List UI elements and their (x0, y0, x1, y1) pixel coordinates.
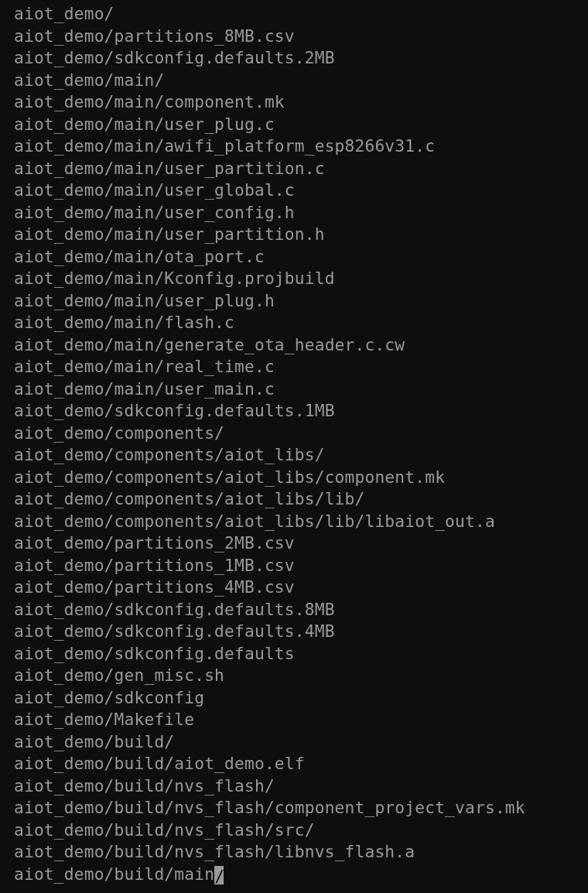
output-line: aiot_demo/main/user_main.c (14, 378, 574, 401)
output-line: aiot_demo/partitions_1MB.csv (14, 555, 574, 577)
output-line: aiot_demo/main/user_partition.h (14, 224, 574, 246)
output-line: aiot_demo/sdkconfig.defaults (14, 643, 574, 665)
output-line: aiot_demo/main/user_plug.c (14, 114, 574, 136)
current-line-text: aiot_demo/build/main (14, 864, 214, 884)
output-line: aiot_demo/ (14, 3, 574, 26)
output-line: aiot_demo/build/aiot_demo.elf (14, 753, 574, 775)
output-line: aiot_demo/main/component.mk (14, 91, 574, 114)
output-line: aiot_demo/main/user_config.h (14, 202, 574, 224)
output-line: aiot_demo/partitions_8MB.csv (14, 26, 574, 48)
output-line: aiot_demo/components/aiot_libs/component… (14, 467, 574, 489)
output-line: aiot_demo/main/user_global.c (14, 180, 574, 202)
output-line: aiot_demo/main/generate_ota_header.c.cw (14, 334, 574, 357)
output-line: aiot_demo/partitions_2MB.csv (14, 532, 574, 555)
output-line: aiot_demo/build/nvs_flash/src/ (14, 819, 574, 842)
output-line: aiot_demo/build/nvs_flash/libnvs_flash.a (14, 841, 574, 864)
output-line: aiot_demo/sdkconfig.defaults.4MB (14, 621, 574, 643)
output-line: aiot_demo/sdkconfig.defaults.2MB (14, 47, 574, 70)
output-line: aiot_demo/main/ (14, 70, 574, 92)
output-line: aiot_demo/components/aiot_libs/ (14, 444, 574, 467)
output-line: aiot_demo/components/aiot_libs/lib/ (14, 488, 574, 511)
output-line: aiot_demo/main/awifi_platform_esp8266v31… (14, 135, 574, 158)
output-line: aiot_demo/main/Kconfig.projbuild (14, 268, 574, 290)
output-line: aiot_demo/build/nvs_flash/component_proj… (14, 797, 574, 819)
output-line: aiot_demo/components/aiot_libs/lib/libai… (14, 511, 574, 533)
output-line: aiot_demo/build/ (14, 731, 574, 754)
output-line: aiot_demo/sdkconfig (14, 687, 574, 710)
output-line: aiot_demo/main/user_plug.h (14, 290, 574, 313)
output-line: aiot_demo/build/nvs_flash/ (14, 775, 574, 798)
output-line: aiot_demo/main/user_partition.c (14, 158, 574, 180)
terminal-output[interactable]: aiot_demo/aiot_demo/partitions_8MB.csvai… (14, 3, 574, 885)
output-line: aiot_demo/gen_misc.sh (14, 665, 574, 687)
output-line: aiot_demo/Makefile (14, 709, 574, 731)
output-line: aiot_demo/sdkconfig.defaults.8MB (14, 599, 574, 621)
terminal-cursor: / (214, 866, 224, 884)
output-line: aiot_demo/components/ (14, 423, 574, 445)
output-line: aiot_demo/main/ota_port.c (14, 246, 574, 269)
output-line: aiot_demo/partitions_4MB.csv (14, 577, 574, 599)
output-line: aiot_demo/sdkconfig.defaults.1MB (14, 400, 574, 423)
output-line: aiot_demo/main/real_time.c (14, 356, 574, 378)
output-line-current: aiot_demo/build/main/ (14, 864, 574, 886)
output-line: aiot_demo/main/flash.c (14, 312, 574, 334)
